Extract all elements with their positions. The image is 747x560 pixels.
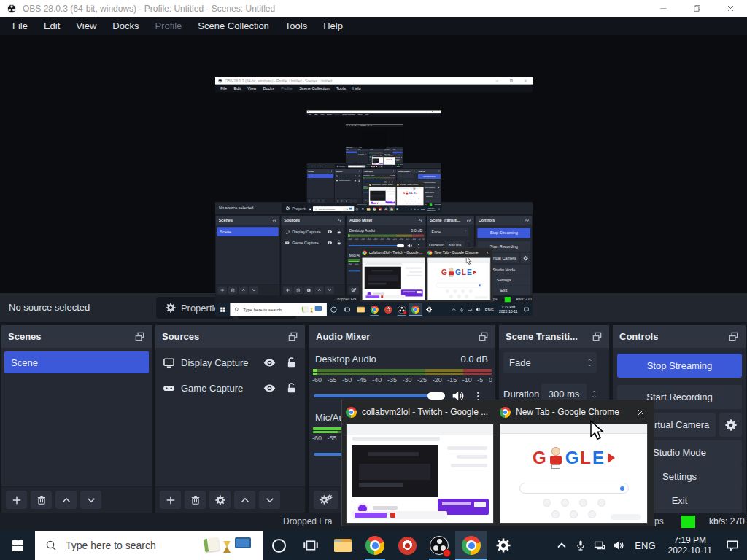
chrome-taskbar-button-active[interactable] bbox=[389, 206, 395, 211]
language-indicator[interactable]: ENG bbox=[482, 307, 497, 311]
unlock-icon[interactable] bbox=[285, 357, 298, 369]
remove-scene-button[interactable] bbox=[312, 199, 316, 203]
close-button[interactable] bbox=[713, 0, 747, 17]
red-browser-taskbar-button[interactable] bbox=[382, 303, 395, 316]
scene-list-item[interactable]: Scene bbox=[346, 152, 357, 153]
eye-icon[interactable] bbox=[263, 357, 276, 369]
chevron-down-icon[interactable] bbox=[591, 394, 597, 399]
menu-item[interactable]: Help bbox=[363, 114, 370, 116]
menu-item[interactable]: File bbox=[217, 86, 231, 90]
eye-icon[interactable] bbox=[327, 240, 332, 245]
desktop-volume-slider[interactable] bbox=[349, 245, 404, 246]
source-row-game-capture[interactable]: Game Capture bbox=[155, 377, 305, 399]
scenes-header[interactable]: Scenes bbox=[216, 216, 280, 225]
transition-select[interactable]: Fade bbox=[398, 174, 414, 178]
popout-icon[interactable] bbox=[287, 331, 298, 342]
add-scene-button[interactable] bbox=[308, 199, 311, 203]
controls-header[interactable]: Controls bbox=[417, 169, 441, 174]
mixer-header[interactable]: Audio Mixer bbox=[309, 325, 495, 348]
language-indicator[interactable]: ENG bbox=[420, 208, 426, 210]
menu-item[interactable]: Edit bbox=[231, 86, 244, 90]
thumbnail-item-twitch[interactable]: collabvm2lol - Twitch - Google ... bbox=[346, 403, 494, 523]
task-view-button[interactable] bbox=[295, 531, 327, 560]
settings-taskbar-button[interactable] bbox=[395, 206, 400, 211]
source-up-button[interactable] bbox=[234, 491, 255, 509]
twitch-page-thumbnail[interactable] bbox=[369, 187, 396, 205]
source-down-button[interactable] bbox=[259, 491, 280, 509]
menu-item[interactable]: Tools bbox=[333, 86, 349, 90]
source-down-button[interactable] bbox=[325, 287, 334, 295]
file-explorer-button[interactable] bbox=[365, 206, 371, 211]
eye-icon[interactable] bbox=[365, 152, 366, 152]
settings-taskbar-button[interactable] bbox=[487, 531, 519, 560]
red-browser-taskbar-button[interactable] bbox=[391, 531, 423, 560]
thumbnail-close-button[interactable] bbox=[633, 405, 648, 419]
scene-up-button[interactable] bbox=[317, 199, 320, 203]
eye-icon[interactable] bbox=[365, 154, 366, 155]
thumbnail-item-newtab[interactable]: New Tab - Google Chrome G GLE bbox=[500, 403, 648, 523]
search-highlight-illustration[interactable] bbox=[200, 535, 257, 556]
source-row-game-capture[interactable]: Game Capture bbox=[357, 153, 369, 155]
settings-taskbar-button[interactable] bbox=[422, 303, 436, 316]
popout-icon[interactable] bbox=[358, 170, 360, 172]
popout-icon[interactable] bbox=[382, 149, 383, 150]
unlock-icon[interactable] bbox=[358, 179, 360, 182]
tray-volume-button[interactable] bbox=[474, 307, 482, 312]
start-button[interactable] bbox=[0, 531, 35, 560]
taskbar-search-box[interactable] bbox=[313, 206, 354, 211]
desktop-volume-slider[interactable] bbox=[314, 394, 444, 397]
google-newtab-thumbnail[interactable]: G GLE bbox=[427, 257, 490, 300]
stop-streaming-button[interactable]: Stop Streaming bbox=[392, 152, 402, 154]
chrome-taskbar-button[interactable] bbox=[371, 206, 377, 211]
popout-icon[interactable] bbox=[418, 218, 422, 222]
menu-item[interactable]: File bbox=[4, 20, 36, 31]
taskbar-clock[interactable]: 7:19 PM 2022-10-11 bbox=[426, 207, 436, 211]
thumbnail-close-button[interactable] bbox=[484, 249, 490, 256]
eye-icon[interactable] bbox=[354, 179, 356, 182]
unlock-icon[interactable] bbox=[368, 152, 368, 152]
preview-canvas[interactable]: OBS 28.0.3 (64-bit, windows) - Profile: … bbox=[215, 92, 533, 202]
menu-item[interactable]: Docks bbox=[325, 114, 333, 116]
scene-down-button[interactable] bbox=[249, 287, 258, 295]
action-center-button[interactable] bbox=[436, 208, 441, 210]
thumbnail-item-newtab[interactable]: New Tab - Google Chrome G GLE bbox=[384, 155, 395, 165]
menu-item[interactable]: Profile bbox=[278, 86, 296, 90]
source-down-button[interactable] bbox=[353, 199, 357, 203]
thumbnail-item-twitch[interactable]: collabvm2lol - Twitch - Google ... bbox=[372, 155, 384, 165]
cortana-button[interactable] bbox=[354, 206, 360, 211]
source-properties-button[interactable] bbox=[344, 199, 348, 203]
taskbar-search-box[interactable] bbox=[35, 531, 263, 560]
menu-item[interactable]: Tools bbox=[357, 114, 363, 116]
transitions-header[interactable]: Scene Transiti... bbox=[427, 216, 474, 225]
scene-down-button[interactable] bbox=[80, 491, 101, 509]
popout-icon[interactable] bbox=[356, 149, 357, 150]
preview-canvas[interactable]: OBS 28.0.3 (64-bit, windows) - Profile: … bbox=[0, 35, 747, 293]
advanced-audio-button[interactable] bbox=[349, 287, 359, 295]
file-explorer-button[interactable] bbox=[354, 303, 368, 316]
transition-select[interactable]: Fade bbox=[503, 352, 597, 373]
source-row-game-capture[interactable]: Game Capture bbox=[335, 179, 362, 182]
cortana-button[interactable] bbox=[327, 303, 341, 316]
unlock-icon[interactable] bbox=[336, 240, 341, 245]
start-button[interactable] bbox=[215, 303, 230, 316]
title-bar[interactable]: OBS 28.0.3 (64-bit, windows) - Profile: … bbox=[215, 77, 533, 85]
obs-taskbar-button[interactable] bbox=[395, 303, 409, 316]
virtual-camera-config-button[interactable] bbox=[436, 185, 441, 190]
menu-item[interactable]: Edit bbox=[36, 20, 68, 31]
controls-header[interactable]: Controls bbox=[476, 216, 532, 225]
popout-icon[interactable] bbox=[331, 170, 333, 172]
google-newtab-thumbnail[interactable]: G GLE bbox=[397, 187, 424, 205]
taskbar-clock[interactable]: 7:19 PM 2022-10-11 bbox=[497, 306, 520, 314]
stop-streaming-button[interactable]: Stop Streaming bbox=[418, 174, 441, 179]
menu-item[interactable]: Tools bbox=[277, 20, 315, 31]
preview-canvas[interactable] bbox=[346, 127, 403, 147]
scene-down-button[interactable] bbox=[321, 199, 325, 203]
eye-icon[interactable] bbox=[263, 382, 276, 394]
unlock-icon[interactable] bbox=[285, 382, 298, 394]
tray-chevron-button[interactable] bbox=[552, 540, 571, 551]
settings-taskbar-button[interactable] bbox=[383, 166, 385, 168]
menu-item[interactable]: Scene Collection bbox=[341, 114, 357, 116]
popout-icon[interactable] bbox=[467, 218, 471, 222]
transition-select[interactable]: Fade bbox=[429, 228, 468, 236]
menu-item[interactable]: Docks bbox=[104, 20, 147, 31]
